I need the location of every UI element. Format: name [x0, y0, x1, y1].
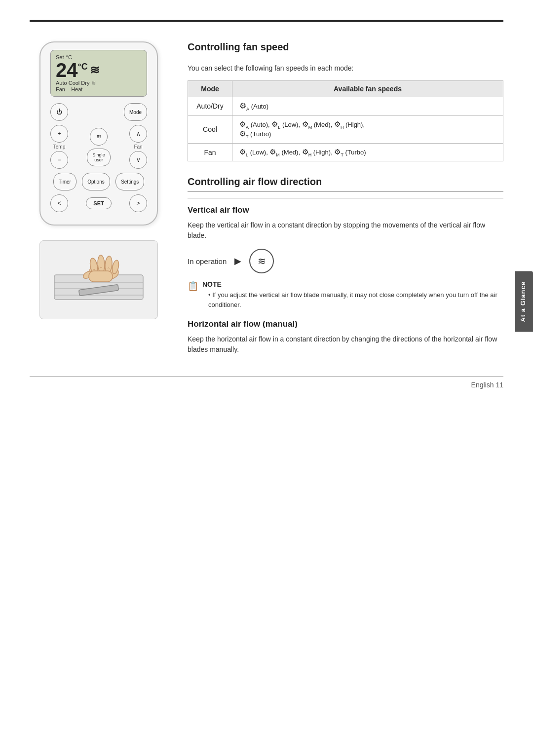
degree-symbol: °C — [78, 62, 88, 71]
fan-speed-description: You can select the following fan speeds … — [188, 63, 503, 74]
speeds-fan: ⚙L (Low), ⚙M (Med), ⚙H (High), ⚙T (Turbo… — [232, 143, 503, 161]
hand-svg — [49, 245, 148, 314]
airflow-icon: ≋ — [96, 133, 101, 140]
settings-label: Settings — [121, 179, 139, 185]
fan-down-button[interactable]: ∨ — [129, 151, 147, 169]
set-button[interactable]: SET — [86, 197, 111, 209]
vertical-airflow-title: Vertical air flow — [188, 205, 503, 215]
temperature-value: 24 — [56, 60, 78, 80]
temp-plus-button[interactable]: + — [50, 125, 68, 143]
single-user-button[interactable]: Singleuser — [87, 149, 110, 166]
mode-line1: Auto Cool Dry ≋ — [56, 80, 142, 86]
minus-icon: − — [57, 156, 61, 163]
remote-control-illustration: Set °C 24 °C ≋ Auto Cool Dry ≋ Fan Heat — [39, 41, 158, 226]
note-box: 📋 NOTE • If you adjust the vertical air … — [188, 280, 503, 309]
right-nav-button[interactable]: > — [129, 194, 147, 212]
btn-row-3: Timer Options Settings — [50, 173, 147, 190]
table-col2-header: Available fan speeds — [232, 81, 503, 97]
note-content: NOTE • If you adjust the vertical air fl… — [202, 280, 503, 309]
mode-cool: Cool — [188, 115, 232, 143]
hand-illustration — [39, 240, 158, 319]
btn-row-1: ⏻ Mode — [50, 103, 147, 121]
svg-rect-11 — [89, 271, 113, 282]
table-col1-header: Mode — [188, 81, 232, 97]
down-arrow-icon: ∨ — [136, 156, 141, 163]
mode-fan: Fan — [188, 143, 232, 161]
note-icon: 📋 — [188, 281, 198, 292]
page-number: 11 — [495, 381, 503, 389]
power-icon: ⏻ — [56, 109, 62, 115]
temp-label: Temp — [53, 144, 65, 150]
airflow-blade-icon: ≋ — [249, 249, 274, 273]
airflow-section-title: Controlling air flow direction — [188, 176, 503, 192]
plus-icon: + — [57, 130, 61, 137]
mode-button[interactable]: Mode — [124, 103, 147, 121]
mode-label: Mode — [129, 110, 142, 115]
horizontal-airflow-description: Keep the horizontal air flow in a consta… — [188, 334, 503, 355]
language-label: English — [471, 381, 494, 389]
fan-label: Fan — [134, 144, 142, 150]
left-arrow-icon: < — [57, 200, 61, 207]
table-row: Cool ⚙A (Auto), ⚙L (Low), ⚙M (Med), ⚙H (… — [188, 115, 503, 143]
mode-auto-dry: Auto/Dry — [188, 97, 232, 116]
blade-symbol: ≋ — [258, 255, 266, 267]
fan-group: ∧ Fan ∨ — [129, 125, 147, 169]
fan-up-button[interactable]: ∧ — [129, 125, 147, 143]
table-row: Auto/Dry ⚙A (Auto) — [188, 97, 503, 116]
btn-row-2: + Temp − ≋ Singleuser — [50, 125, 147, 169]
single-user-label: Singleuser — [92, 152, 105, 162]
right-column: Controlling fan speed You can select the… — [188, 41, 503, 362]
options-button[interactable]: Options — [82, 173, 110, 190]
arrow-right-icon: ▶ — [234, 256, 241, 266]
btn-row-4: < SET > — [50, 194, 147, 212]
settings-button[interactable]: Settings — [115, 173, 144, 190]
temp-group: + Temp − — [50, 125, 68, 169]
vertical-airflow-section: Vertical air flow Keep the vertical air … — [188, 205, 503, 309]
vertical-airflow-description: Keep the vertical air flow in a constant… — [188, 220, 503, 241]
note-text: • If you adjust the vertical air flow bl… — [208, 290, 503, 309]
note-title: NOTE — [202, 280, 503, 288]
fan-symbol-display: ≋ — [90, 64, 100, 76]
fan-speed-table: Mode Available fan speeds Auto/Dry ⚙A (A… — [188, 80, 503, 161]
side-tab-label: At a Glance — [519, 281, 527, 322]
in-operation-label: In operation — [188, 257, 227, 265]
side-tab: At a Glance — [515, 271, 533, 332]
temp-minus-button[interactable]: − — [50, 151, 68, 169]
middle-controls: ≋ Singleuser — [87, 128, 110, 166]
mode-line2: Fan Heat — [56, 86, 142, 92]
speeds-cool: ⚙A (Auto), ⚙L (Low), ⚙M (Med), ⚙H (High)… — [232, 115, 503, 143]
timer-button[interactable]: Timer — [53, 173, 76, 190]
power-button[interactable]: ⏻ — [50, 103, 68, 121]
horizontal-airflow-title: Horizontal air flow (manual) — [188, 319, 503, 329]
left-nav-button[interactable]: < — [50, 194, 68, 212]
options-label: Options — [87, 179, 104, 185]
set-btn-label: SET — [93, 200, 104, 206]
airflow-button[interactable]: ≋ — [90, 128, 108, 146]
up-arrow-icon: ∧ — [136, 130, 141, 137]
fan-speed-section-title: Controlling fan speed — [188, 41, 503, 57]
speeds-auto-dry: ⚙A (Auto) — [232, 97, 503, 116]
remote-buttons: ⏻ Mode + Temp − — [50, 103, 147, 212]
remote-display: Set °C 24 °C ≋ Auto Cool Dry ≋ Fan Heat — [50, 50, 147, 97]
airflow-divider: Controlling air flow direction — [188, 176, 503, 198]
page-number-row: English 11 — [0, 377, 533, 393]
in-operation-row: In operation ▶ ≋ — [188, 249, 503, 273]
left-column: Set °C 24 °C ≋ Auto Cool Dry ≋ Fan Heat — [30, 41, 168, 362]
right-arrow-icon: > — [136, 200, 140, 207]
timer-label: Timer — [59, 179, 71, 185]
table-row: Fan ⚙L (Low), ⚙M (Med), ⚙H (High), ⚙T (T… — [188, 143, 503, 161]
horizontal-airflow-section: Horizontal air flow (manual) Keep the ho… — [188, 319, 503, 355]
